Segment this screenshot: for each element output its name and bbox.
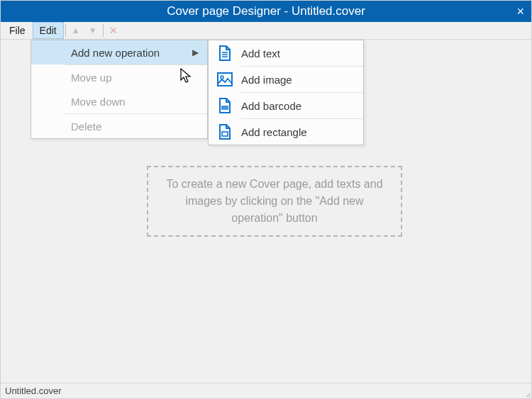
submenu-add-image[interactable]: Add image xyxy=(209,67,363,92)
image-icon xyxy=(209,72,241,86)
menu-move-up[interactable]: Move up xyxy=(31,65,207,89)
toolbar-separator xyxy=(65,24,66,37)
resize-grip-icon[interactable]: ⣠ xyxy=(526,389,530,397)
window-title: Cover page Designer - Untitled.cover xyxy=(167,4,365,18)
document-icon xyxy=(209,45,241,61)
menu-file[interactable]: File xyxy=(2,22,33,39)
submenu-add-rectangle[interactable]: Add rectangle xyxy=(209,119,363,145)
submenu-label: Add text xyxy=(241,47,280,60)
submenu-label: Add rectangle xyxy=(241,126,307,138)
close-icon[interactable]: × xyxy=(516,1,524,22)
submenu-arrow-icon: ▶ xyxy=(192,47,199,57)
placeholder-text: To create a new Cover page, add texts an… xyxy=(147,166,402,237)
status-filename: Untitled.cover xyxy=(5,386,61,396)
statusbar: Untitled.cover ⣠ xyxy=(1,383,531,398)
move-down-icon[interactable]: ▼ xyxy=(84,22,101,39)
submenu-label: Add barcode xyxy=(241,100,301,112)
menubar: File Edit ▲ ▼ ✕ xyxy=(1,22,531,40)
submenu-add-text[interactable]: Add text xyxy=(209,40,363,66)
menu-move-down[interactable]: Move down xyxy=(31,89,207,113)
add-operation-submenu: Add text Add image Add barcode Add recta… xyxy=(208,40,364,145)
barcode-icon xyxy=(209,98,241,113)
menu-delete[interactable]: Delete xyxy=(31,114,207,138)
app-window: Cover page Designer - Untitled.cover × F… xyxy=(0,0,532,399)
menu-add-new-operation[interactable]: Add new operation ▶ xyxy=(31,40,207,64)
edit-dropdown: Add new operation ▶ Move up Move down De… xyxy=(31,40,208,139)
svg-rect-2 xyxy=(222,132,228,136)
menu-label: Delete xyxy=(71,120,101,133)
submenu-label: Add image xyxy=(241,74,292,86)
delete-icon[interactable]: ✕ xyxy=(105,22,122,39)
move-up-icon[interactable]: ▲ xyxy=(67,22,84,39)
titlebar: Cover page Designer - Untitled.cover × xyxy=(1,1,531,22)
menu-edit[interactable]: Edit xyxy=(33,22,64,39)
toolbar-separator xyxy=(103,24,104,37)
rectangle-icon xyxy=(209,124,241,140)
svg-point-1 xyxy=(221,76,223,79)
svg-rect-0 xyxy=(218,73,232,86)
menu-label: Move down xyxy=(71,96,126,108)
menu-label: Add new operation xyxy=(71,47,160,59)
menu-label: Move up xyxy=(71,72,112,84)
submenu-add-barcode[interactable]: Add barcode xyxy=(209,93,363,118)
